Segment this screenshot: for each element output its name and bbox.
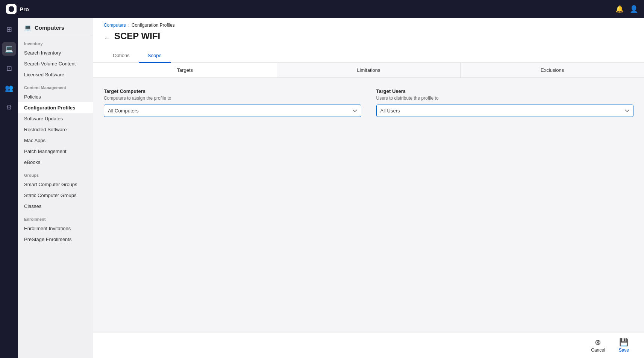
page-title-row: ← SCEP WIFI xyxy=(104,31,633,45)
nav-item-search-inventory[interactable]: Search Inventory xyxy=(18,47,93,58)
target-computers-select[interactable]: All Computers Specific Computers xyxy=(104,105,361,117)
nav-sidebar: 💻 Computers Inventory Search Inventory S… xyxy=(18,18,93,358)
section-label-inventory: Inventory xyxy=(18,36,93,47)
content-area: Computers : Configuration Profiles ← SCE… xyxy=(93,18,644,358)
nav-item-ebooks[interactable]: eBooks xyxy=(18,157,93,168)
tab-scope[interactable]: Scope xyxy=(139,49,171,63)
nav-item-static-computer-groups[interactable]: Static Computer Groups xyxy=(18,190,93,201)
nav-sidebar-header: 💻 Computers xyxy=(18,18,93,36)
nav-sidebar-title: Computers xyxy=(35,24,64,31)
nav-item-mac-apps[interactable]: Mac Apps xyxy=(18,135,93,146)
topbar-icons: 🔔 👤 xyxy=(615,5,638,13)
nav-item-smart-computer-groups[interactable]: Smart Computer Groups xyxy=(18,179,93,190)
sidebar-icon-settings[interactable]: ⚙ xyxy=(2,101,16,114)
nav-item-policies[interactable]: Policies xyxy=(18,91,93,102)
sidebar-icon-devices[interactable]: ⊡ xyxy=(2,62,16,75)
section-label-enrollment: Enrollment xyxy=(18,212,93,223)
topbar: Pro 🔔 👤 xyxy=(0,0,644,18)
back-button[interactable]: ← xyxy=(104,34,111,42)
nav-item-enrollment-invitations[interactable]: Enrollment Invitations xyxy=(18,223,93,234)
breadcrumb-current: Configuration Profiles xyxy=(132,23,175,28)
topbar-left: Pro xyxy=(6,4,29,14)
target-users-sublabel: Users to distribute the profile to xyxy=(376,96,634,101)
user-icon[interactable]: 👤 xyxy=(630,5,638,13)
page-title: SCEP WIFI xyxy=(114,31,160,45)
cancel-icon: ⊗ xyxy=(595,338,601,347)
main-layout: ⊞ 💻 ⊡ 👥 ⚙ 💻 Computers Inventory Search I… xyxy=(0,18,644,358)
breadcrumb: Computers : Configuration Profiles xyxy=(104,23,633,28)
cancel-button[interactable]: ⊗ Cancel xyxy=(586,336,609,354)
computers-nav-icon: 💻 xyxy=(24,24,32,31)
scope-tab-targets[interactable]: Targets xyxy=(93,63,277,77)
target-users-select[interactable]: All Users Specific Users xyxy=(376,105,634,117)
sidebar-icon-dashboard[interactable]: ⊞ xyxy=(2,23,16,36)
save-icon: 💾 xyxy=(619,338,629,347)
nav-item-classes[interactable]: Classes xyxy=(18,201,93,212)
nav-item-patch-management[interactable]: Patch Management xyxy=(18,146,93,157)
nav-item-configuration-profiles[interactable]: Configuration Profiles xyxy=(18,102,93,113)
nav-item-prestage-enrollments[interactable]: PreStage Enrollments xyxy=(18,234,93,245)
scope-body: Target Computers Computers to assign the… xyxy=(93,78,644,127)
nav-item-search-volume-content[interactable]: Search Volume Content xyxy=(18,58,93,69)
target-users-label: Target Users xyxy=(376,88,634,94)
target-users-column: Target Users Users to distribute the pro… xyxy=(376,88,634,117)
target-computers-column: Target Computers Computers to assign the… xyxy=(104,88,361,117)
footer-bar: ⊗ Cancel 💾 Save xyxy=(93,332,644,358)
breadcrumb-parent[interactable]: Computers xyxy=(104,23,126,28)
nav-item-licensed-software[interactable]: Licensed Software xyxy=(18,69,93,80)
scope-content: Targets Limitations Exclusions Target Co… xyxy=(93,63,644,332)
scope-tabs: Targets Limitations Exclusions xyxy=(93,63,644,78)
target-computers-sublabel: Computers to assign the profile to xyxy=(104,96,361,101)
nav-item-restricted-software[interactable]: Restricted Software xyxy=(18,124,93,135)
scope-tab-exclusions[interactable]: Exclusions xyxy=(461,63,644,77)
cancel-label: Cancel xyxy=(591,347,605,353)
tabs-row: Options Scope xyxy=(104,49,633,62)
notification-icon[interactable]: 🔔 xyxy=(615,5,624,13)
section-label-content-management: Content Management xyxy=(18,80,93,91)
save-button[interactable]: 💾 Save xyxy=(614,336,633,354)
sidebar-icon-computers[interactable]: 💻 xyxy=(2,42,16,56)
target-computers-label: Target Computers xyxy=(104,88,361,94)
sidebar-icon-users[interactable]: 👥 xyxy=(2,81,16,95)
breadcrumb-separator: : xyxy=(128,23,129,28)
tab-options[interactable]: Options xyxy=(104,49,139,63)
nav-item-software-updates[interactable]: Software Updates xyxy=(18,113,93,124)
content-header: Computers : Configuration Profiles ← SCE… xyxy=(93,18,644,63)
app-logo xyxy=(6,4,17,14)
section-label-groups: Groups xyxy=(18,168,93,179)
save-label: Save xyxy=(619,347,629,353)
icon-sidebar: ⊞ 💻 ⊡ 👥 ⚙ xyxy=(0,18,18,358)
scope-tab-limitations[interactable]: Limitations xyxy=(277,63,461,77)
app-title: Pro xyxy=(20,6,29,12)
